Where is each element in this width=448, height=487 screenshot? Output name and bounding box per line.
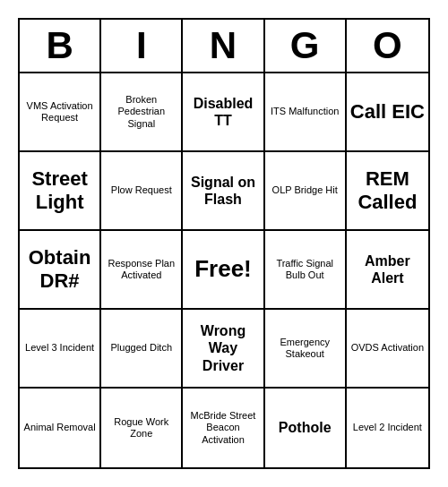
header-letter-g: G <box>265 20 347 72</box>
bingo-cell-6: Plow Request <box>101 152 183 231</box>
bingo-cell-12: Free! <box>183 231 264 310</box>
bingo-cell-3: ITS Malfunction <box>265 73 347 152</box>
bingo-cell-7: Signal on Flash <box>183 152 264 231</box>
bingo-cell-14: Amber Alert <box>347 231 428 310</box>
bingo-cell-15: Level 3 Incident <box>20 310 101 389</box>
bingo-cell-16: Plugged Ditch <box>101 310 183 389</box>
bingo-cell-9: REM Called <box>347 152 428 231</box>
bingo-cell-1: Broken Pedestrian Signal <box>101 73 183 152</box>
header-letter-b: B <box>20 20 101 72</box>
bingo-grid: VMS Activation RequestBroken Pedestrian … <box>20 73 428 467</box>
bingo-cell-0: VMS Activation Request <box>20 73 101 152</box>
bingo-cell-10: Obtain DR# <box>20 231 101 310</box>
header-letter-o: O <box>347 20 428 72</box>
bingo-cell-22: McBride Street Beacon Activation <box>183 389 264 467</box>
bingo-cell-11: Response Plan Activated <box>101 231 183 310</box>
bingo-cell-18: Emergency Stakeout <box>265 310 347 389</box>
bingo-header: BINGO <box>20 20 428 73</box>
bingo-card: BINGO VMS Activation RequestBroken Pedes… <box>18 18 430 469</box>
bingo-cell-13: Traffic Signal Bulb Out <box>265 231 347 310</box>
bingo-cell-2: Disabled TT <box>183 73 264 152</box>
bingo-cell-19: OVDS Activation <box>347 310 428 389</box>
header-letter-i: I <box>101 20 183 72</box>
bingo-cell-8: OLP Bridge Hit <box>265 152 347 231</box>
bingo-cell-23: Pothole <box>265 389 347 467</box>
header-letter-n: N <box>183 20 264 72</box>
bingo-cell-17: Wrong Way Driver <box>183 310 264 389</box>
bingo-cell-20: Animal Removal <box>20 389 101 467</box>
bingo-cell-24: Level 2 Incident <box>347 389 428 467</box>
bingo-cell-5: Street Light <box>20 152 101 231</box>
bingo-cell-4: Call EIC <box>347 73 428 152</box>
bingo-cell-21: Rogue Work Zone <box>101 389 183 467</box>
